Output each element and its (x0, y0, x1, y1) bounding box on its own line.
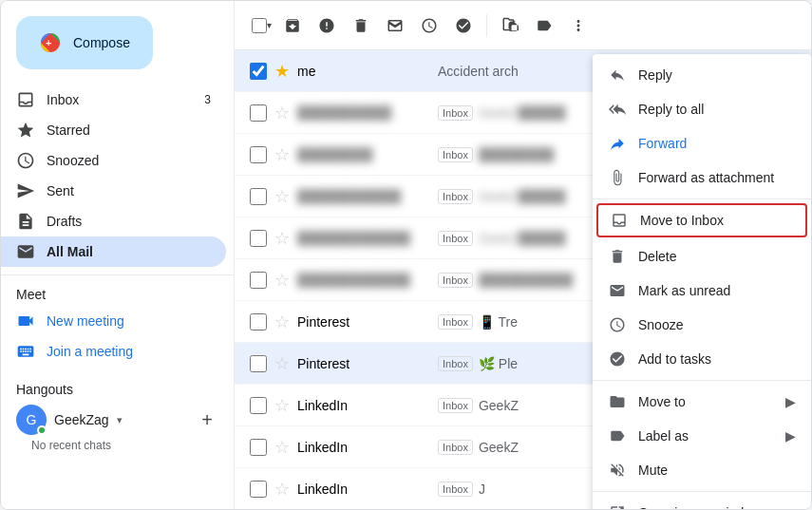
archive-button[interactable] (277, 10, 308, 41)
snooze-button[interactable] (414, 10, 444, 41)
open-window-label: Open in new window (638, 505, 761, 510)
join-meeting-link[interactable]: Join a meeting (1, 336, 234, 367)
more-actions-button[interactable] (448, 10, 479, 41)
select-all-checkbox[interactable] (252, 18, 267, 33)
sidebar-item-all-mail[interactable]: All Mail (1, 236, 226, 267)
open-window-menu-item[interactable]: Open in new window (593, 496, 811, 510)
mute-label: Mute (638, 463, 668, 478)
spam-icon (318, 17, 335, 34)
hangout-user[interactable]: G GeekZag ▾ + (16, 405, 218, 435)
email-checkbox[interactable] (250, 63, 267, 80)
email-checkbox[interactable] (250, 188, 267, 205)
email-checkbox[interactable] (250, 439, 267, 456)
star-icon[interactable]: ☆ (274, 186, 290, 207)
star-icon[interactable]: ☆ (274, 437, 290, 458)
email-checkbox[interactable] (250, 146, 267, 163)
tasks-icon (608, 349, 627, 368)
label-as-menu-item[interactable]: Label as ▶ (593, 419, 811, 453)
star-icon[interactable]: ☆ (274, 353, 290, 374)
inbox-badge: Inbox (438, 398, 473, 413)
drafts-label: Drafts (47, 214, 82, 229)
menu-divider (593, 491, 811, 492)
menu-divider (593, 380, 811, 381)
sidebar-item-snoozed[interactable]: Snoozed (1, 145, 226, 176)
meet-section-label: Meet (1, 283, 234, 306)
email-checkbox[interactable] (250, 104, 267, 122)
move-to-icon (387, 17, 404, 34)
star-icon[interactable]: ☆ (274, 103, 290, 123)
label-as-label: Label as (638, 428, 689, 444)
label-icon (536, 17, 553, 34)
sender-name: ████████████ (297, 273, 430, 288)
reply-icon (608, 66, 627, 85)
sidebar-item-drafts[interactable]: Drafts (1, 206, 226, 236)
email-checkbox[interactable] (250, 481, 267, 498)
drafts-icon (16, 212, 35, 231)
snoozed-label: Snoozed (47, 153, 99, 168)
email-checkbox[interactable] (250, 230, 267, 247)
add-tasks-menu-item[interactable]: Add to tasks (593, 342, 811, 376)
hangout-dropdown[interactable]: ▾ (117, 414, 123, 426)
email-checkbox[interactable] (250, 355, 267, 372)
delete-menu-icon (608, 247, 627, 266)
more-options-button[interactable] (563, 10, 594, 41)
reply-all-menu-item[interactable]: Reply to all (593, 92, 811, 126)
mark-unread-icon (608, 281, 627, 300)
reply-menu-item[interactable]: Reply (593, 58, 811, 92)
mute-menu-item[interactable]: Mute (593, 453, 811, 487)
inbox-badge: Inbox (438, 105, 473, 121)
sidebar: + Compose Inbox 3 Starred Snoozed (1, 1, 234, 509)
forward-menu-item[interactable]: Forward (593, 126, 811, 161)
sidebar-item-sent[interactable]: Sent (1, 176, 226, 206)
label-move-button[interactable] (495, 10, 525, 41)
no-chats: No recent chats (16, 435, 218, 456)
submenu-arrow-icon: ▶ (785, 394, 796, 409)
add-tasks-label: Add to tasks (638, 351, 711, 367)
add-hangout-button[interactable]: + (196, 408, 218, 431)
star-icon[interactable]: ☆ (274, 395, 290, 416)
star-icon[interactable]: ☆ (274, 228, 290, 249)
sent-icon (16, 181, 35, 200)
compose-icon: + (39, 31, 62, 54)
move-to-inbox-menu-item[interactable]: Move to Inbox (596, 203, 807, 237)
open-window-icon (608, 503, 627, 510)
report-spam-button[interactable] (312, 10, 342, 41)
delete-button[interactable] (346, 10, 376, 41)
snooze-menu-item[interactable]: Snooze (593, 308, 811, 342)
email-checkbox[interactable] (250, 272, 267, 289)
snoozed-icon (16, 151, 35, 170)
inbox-count: 3 (204, 93, 211, 106)
email-checkbox[interactable] (250, 313, 267, 331)
mark-unread-menu-item[interactable]: Mark as unread (593, 274, 811, 308)
inbox-badge: Inbox (438, 356, 473, 371)
hangouts-section: Hangouts G GeekZag ▾ + No recent chats (1, 374, 234, 463)
label-button[interactable] (529, 10, 559, 41)
dropdown-arrow-icon[interactable]: ▾ (267, 20, 272, 30)
label-as-icon (608, 426, 627, 445)
svg-text:+: + (46, 37, 51, 48)
select-all-button[interactable]: ▾ (250, 10, 274, 41)
main-content: ▾ (234, 1, 811, 509)
star-icon[interactable]: ☆ (274, 312, 290, 332)
star-icon[interactable]: ★ (274, 61, 290, 82)
star-icon[interactable]: ☆ (274, 144, 290, 165)
email-checkbox[interactable] (250, 397, 267, 414)
forward-attachment-menu-item[interactable]: Forward as attachment (593, 161, 811, 195)
sender-name: ████████ (297, 147, 430, 162)
video-icon (16, 312, 35, 331)
sender-name: ███████████ (297, 189, 430, 204)
move-to-button[interactable] (380, 10, 410, 41)
compose-button[interactable]: + Compose (16, 16, 153, 69)
check-circle-icon (455, 17, 472, 34)
sidebar-item-inbox[interactable]: Inbox 3 (1, 85, 226, 115)
new-meeting-link[interactable]: New meeting (1, 306, 234, 336)
star-icon[interactable]: ☆ (274, 270, 290, 291)
star-icon[interactable]: ☆ (274, 479, 290, 500)
sender-name: me (297, 64, 430, 79)
delete-menu-item[interactable]: Delete (593, 239, 811, 274)
move-to-menu-item[interactable]: Move to ▶ (593, 385, 811, 419)
sidebar-item-starred[interactable]: Starred (1, 115, 226, 145)
attachment-icon (608, 168, 627, 187)
sender-name: ████████████ (297, 231, 430, 246)
reply-label: Reply (638, 67, 672, 83)
